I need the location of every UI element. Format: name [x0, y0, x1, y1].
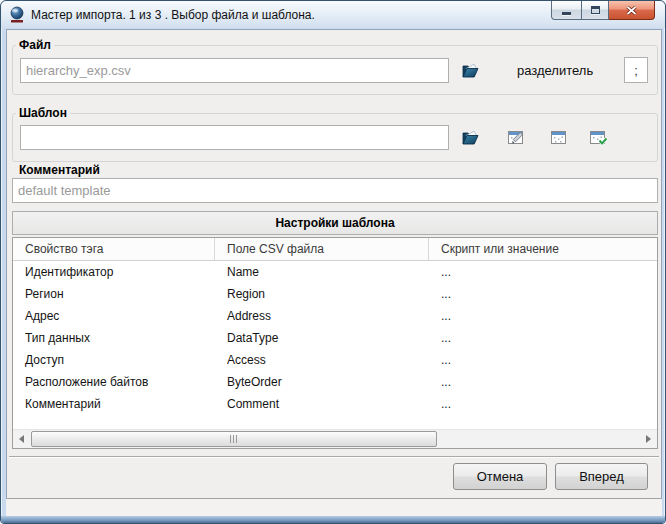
settings-table: Свойство тэга Поле CSV файла Скрипт или … [12, 237, 658, 449]
cell-property: Тип данных [13, 331, 215, 345]
cell-property: Комментарий [13, 397, 215, 411]
file-group: Файл разделитель [12, 38, 658, 95]
table-row[interactable]: Адрес Address ... [13, 305, 657, 327]
cell-csv-field: DataType [215, 331, 429, 345]
delimiter-label: разделитель [517, 63, 593, 78]
close-button[interactable] [609, 1, 655, 20]
cell-script[interactable]: ... [429, 309, 657, 323]
edit-template-icon [507, 129, 526, 147]
caption-buttons [551, 1, 655, 20]
cell-script[interactable]: ... [429, 265, 657, 279]
titlebar: Мастер импорта. 1 из 3 . Выбор файла и ш… [1, 1, 665, 28]
column-header-csv-field: Поле CSV файла [215, 238, 429, 260]
minimize-icon [562, 12, 571, 15]
cell-property: Адрес [13, 309, 215, 323]
cell-property: Доступ [13, 353, 215, 367]
triangle-left-icon [19, 435, 24, 443]
template-group-label: Шаблон [16, 106, 70, 120]
scrollbar-track[interactable] [30, 430, 640, 448]
template-window-icon [549, 129, 568, 147]
cell-property: Расположение байтов [13, 375, 215, 389]
next-button[interactable]: Вперед [555, 463, 648, 490]
minimize-button[interactable] [551, 1, 581, 20]
dialog-client-area: Файл разделитель Ш [6, 29, 662, 499]
comment-label: Комментарий [19, 163, 100, 177]
browse-file-button[interactable] [459, 59, 481, 81]
table-row[interactable]: Тип данных DataType ... [13, 327, 657, 349]
maximize-button[interactable] [581, 1, 609, 20]
cell-script[interactable]: ... [429, 375, 657, 389]
cell-csv-field: Name [215, 265, 429, 279]
app-icon [8, 6, 26, 24]
template-group: Шаблон [12, 106, 658, 162]
import-wizard-dialog: Мастер импорта. 1 из 3 . Выбор файла и ш… [0, 0, 666, 524]
cell-script[interactable]: ... [429, 331, 657, 345]
open-folder-icon [460, 128, 480, 147]
window-title: Мастер импорта. 1 из 3 . Выбор файла и ш… [31, 8, 315, 22]
template-input[interactable] [20, 125, 449, 150]
table-header-row: Свойство тэга Поле CSV файла Скрипт или … [13, 238, 657, 261]
maximize-icon [591, 6, 600, 14]
triangle-right-icon [646, 435, 651, 443]
horizontal-scrollbar[interactable] [13, 429, 657, 448]
scroll-left-button[interactable] [13, 430, 30, 448]
cell-csv-field: Comment [215, 397, 429, 411]
edit-template-button[interactable] [505, 127, 527, 149]
window-frame-bottom [1, 516, 665, 523]
cell-script[interactable]: ... [429, 287, 657, 301]
open-template-button[interactable] [459, 127, 481, 149]
file-path-input[interactable] [20, 58, 449, 83]
delimiter-input[interactable] [624, 57, 648, 83]
column-header-script: Скрипт или значение [429, 242, 657, 256]
table-body: Идентификатор Name ... Регион Region ...… [13, 261, 657, 415]
cell-script[interactable]: ... [429, 397, 657, 411]
table-row[interactable]: Расположение байтов ByteOrder ... [13, 371, 657, 393]
cell-csv-field: Access [215, 353, 429, 367]
scroll-right-button[interactable] [640, 430, 657, 448]
template-settings-button[interactable] [547, 127, 569, 149]
settings-header: Настройки шаблона [12, 211, 658, 235]
close-icon [626, 6, 637, 15]
cell-property: Идентификатор [13, 265, 215, 279]
cancel-button[interactable]: Отмена [453, 463, 547, 490]
apply-template-icon [589, 129, 608, 147]
open-folder-icon [460, 61, 480, 80]
comment-input[interactable] [12, 178, 658, 203]
table-row[interactable]: Комментарий Comment ... [13, 393, 657, 415]
table-row[interactable]: Идентификатор Name ... [13, 261, 657, 283]
column-header-property: Свойство тэга [13, 238, 215, 260]
file-group-label: Файл [16, 38, 54, 52]
cell-csv-field: Region [215, 287, 429, 301]
table-row[interactable]: Доступ Access ... [13, 349, 657, 371]
scrollbar-thumb[interactable] [31, 431, 437, 447]
cell-property: Регион [13, 287, 215, 301]
cell-script[interactable]: ... [429, 353, 657, 367]
grip-icon [230, 435, 238, 443]
table-row[interactable]: Регион Region ... [13, 283, 657, 305]
footer-separator [9, 456, 659, 458]
cell-csv-field: Address [215, 309, 429, 323]
apply-template-button[interactable] [587, 127, 609, 149]
cell-csv-field: ByteOrder [215, 375, 429, 389]
